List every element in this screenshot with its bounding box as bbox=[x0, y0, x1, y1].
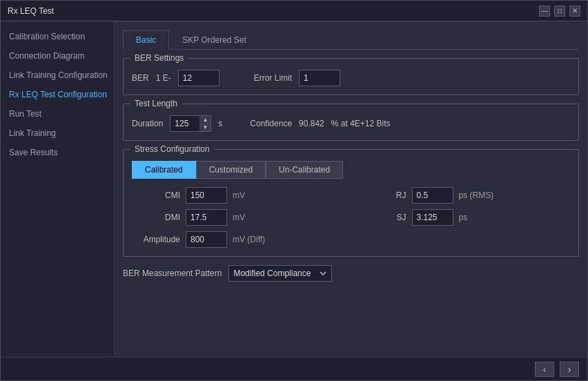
dmi-input[interactable] bbox=[186, 209, 227, 226]
dmi-row: DMI mV bbox=[132, 209, 344, 226]
stress-tab-customized[interactable]: Customized bbox=[196, 161, 266, 179]
error-limit-input[interactable] bbox=[299, 70, 340, 86]
cmi-unit: mV bbox=[233, 190, 271, 200]
sidebar-item-run-test[interactable]: Run Test bbox=[1, 104, 114, 124]
amplitude-input[interactable] bbox=[186, 231, 227, 248]
cmi-row: CMI mV bbox=[132, 187, 344, 204]
duration-label: Duration bbox=[132, 119, 163, 128]
cmi-label: CMI bbox=[132, 190, 180, 200]
sidebar-item-save-results[interactable]: Save Results bbox=[1, 143, 114, 162]
tab-skp[interactable]: SKP Ordered Set bbox=[169, 30, 259, 50]
confidence-value: 90.842 bbox=[299, 119, 324, 128]
stress-tab-calibrated[interactable]: Calibrated bbox=[132, 161, 196, 179]
sidebar-item-link-training-config[interactable]: Link Training Configuration bbox=[1, 66, 114, 85]
close-button[interactable]: ✕ bbox=[569, 6, 580, 17]
stress-config-fieldset: Stress Configuration Calibrated Customiz… bbox=[123, 149, 579, 257]
rj-row: RJ ps (RMS) bbox=[358, 187, 571, 204]
stress-tab-uncalibrated[interactable]: Un-Calibrated bbox=[266, 161, 343, 179]
tab-basic[interactable]: Basic bbox=[123, 30, 169, 50]
main-content: Basic SKP Ordered Set BER Settings BER 1… bbox=[115, 21, 587, 357]
sj-unit: ps bbox=[459, 213, 497, 222]
ber-settings-legend: BER Settings bbox=[130, 53, 188, 63]
ber-measurement-label: BER Measurement Pattern bbox=[123, 268, 222, 278]
ber-label: BER bbox=[132, 73, 149, 83]
sidebar-item-link-training[interactable]: Link Training bbox=[1, 124, 114, 143]
duration-up-btn[interactable]: ▲ bbox=[199, 116, 210, 124]
ber-measurement-select[interactable]: Modified Compliance PRBS7 PRBS15 PRBS31 bbox=[228, 265, 332, 282]
maximize-button[interactable]: □ bbox=[554, 6, 565, 17]
sidebar-item-connection[interactable]: Connection Diagram bbox=[1, 46, 114, 66]
amplitude-unit: mV (Diff) bbox=[233, 235, 271, 244]
cmi-input[interactable] bbox=[186, 187, 227, 204]
sidebar-item-rx-leq[interactable]: Rx LEQ Test Configuration bbox=[1, 85, 114, 104]
confidence-suffix: % at 4E+12 Bits bbox=[331, 119, 391, 128]
duration-spinner: ▲ ▼ bbox=[199, 116, 210, 131]
stress-grid: CMI mV RJ ps (RMS) DMI mV bbox=[132, 187, 570, 248]
amplitude-row: Amplitude mV (Diff) bbox=[132, 231, 344, 248]
duration-unit: s bbox=[218, 119, 222, 128]
stress-tabs: Calibrated Customized Un-Calibrated bbox=[132, 161, 570, 179]
window-title: Rx LEQ Test bbox=[8, 6, 54, 16]
dmi-unit: mV bbox=[233, 213, 271, 222]
error-limit-label: Error Limit bbox=[254, 73, 292, 83]
forward-button[interactable]: › bbox=[560, 362, 579, 377]
sidebar-item-calibration[interactable]: Calibration Selection bbox=[1, 27, 114, 46]
window-body: Calibration Selection Connection Diagram… bbox=[1, 21, 587, 357]
ber-measurement-row: BER Measurement Pattern Modified Complia… bbox=[123, 265, 579, 282]
ber-settings-row: BER 1 E- Error Limit bbox=[132, 70, 570, 86]
duration-wrapper: ▲ ▼ bbox=[170, 115, 211, 132]
test-length-legend: Test Length bbox=[130, 99, 182, 108]
test-length-row: Duration ▲ ▼ s Confidence 90.842 % at 4E… bbox=[132, 115, 570, 132]
dmi-label: DMI bbox=[132, 213, 180, 222]
back-button[interactable]: ‹ bbox=[535, 362, 554, 377]
confidence-label: Confidence bbox=[250, 119, 292, 128]
sidebar: Calibration Selection Connection Diagram… bbox=[1, 21, 115, 357]
ber-prefix: 1 E- bbox=[156, 73, 171, 83]
sj-label: SJ bbox=[358, 213, 406, 222]
amplitude-label: Amplitude bbox=[132, 235, 180, 244]
rj-label: RJ bbox=[358, 190, 406, 200]
duration-down-btn[interactable]: ▼ bbox=[199, 124, 210, 131]
rj-input[interactable] bbox=[412, 187, 453, 204]
minimize-button[interactable]: — bbox=[539, 6, 550, 17]
ber-value-input[interactable] bbox=[178, 70, 219, 86]
tab-bar: Basic SKP Ordered Set bbox=[123, 30, 579, 50]
window-controls: — □ ✕ bbox=[539, 6, 580, 17]
main-window: Rx LEQ Test — □ ✕ Calibration Selection … bbox=[0, 0, 588, 381]
rj-unit: ps (RMS) bbox=[459, 190, 497, 200]
bottom-bar: ‹ › bbox=[1, 357, 587, 380]
stress-config-legend: Stress Configuration bbox=[130, 144, 214, 154]
sj-input[interactable] bbox=[412, 209, 453, 226]
sj-row: SJ ps bbox=[358, 209, 571, 226]
title-bar: Rx LEQ Test — □ ✕ bbox=[1, 1, 587, 21]
test-length-fieldset: Test Length Duration ▲ ▼ s Confidence 90… bbox=[123, 104, 579, 141]
ber-settings-fieldset: BER Settings BER 1 E- Error Limit bbox=[123, 58, 579, 95]
